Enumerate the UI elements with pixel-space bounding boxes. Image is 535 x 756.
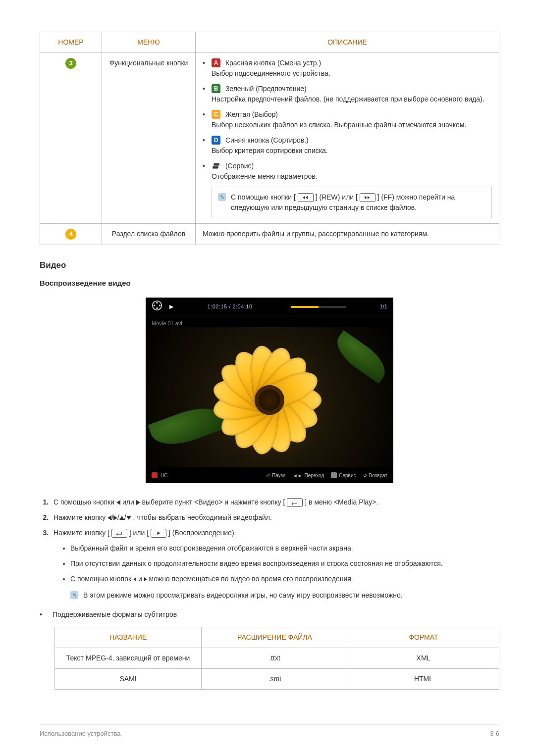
sub-name-1: SAMI (55, 669, 202, 690)
play-key-icon (151, 529, 166, 538)
right-arrow-icon (113, 515, 117, 520)
svg-point-3 (156, 307, 158, 309)
sub-fmt-1: HTML (348, 669, 499, 690)
table-row: 4 Раздел списка файлов Можно проверить ф… (40, 224, 499, 245)
step3-sub1: Выбранный файл и время его воспроизведен… (70, 543, 499, 554)
th-number: НОМЕР (40, 32, 102, 53)
b-button-icon: B (212, 84, 220, 93)
sub-ext-1: .smi (202, 669, 348, 690)
player-progress-bar (291, 306, 346, 308)
row-number-badge-3: 3 (65, 58, 76, 69)
subtitle-bullet: • Поддерживаемые форматы субтитров (40, 609, 499, 620)
inline-note: ✎ В этом режиме можно просматривать виде… (70, 590, 499, 601)
video-heading: Видео (40, 259, 499, 272)
enter-key-icon (287, 498, 303, 507)
nav-hint: ◄► Переход (293, 472, 324, 479)
footer-left: Использование устройства (40, 729, 120, 739)
note-icon: ✎ (218, 193, 226, 201)
note-box: ✎ С помощью кнопки [ ] (REW) или [ (212, 187, 492, 218)
lr-arrows-icon: ◄► (293, 472, 303, 479)
table-row: Текст MPEG-4, зависящий от времени .ttxt… (55, 648, 499, 669)
play-indicator-icon: ▶ (169, 302, 173, 311)
table-row: SAMI .smi HTML (55, 669, 499, 690)
red-text: Выбор подсоединенного устройства. (212, 69, 330, 77)
th-menu: МЕНЮ (102, 32, 196, 53)
ff-key-icon (360, 193, 375, 202)
player-time: 1:02:15 / 2:04:10 (208, 302, 253, 311)
return-mini-icon: ↺ (363, 472, 367, 479)
svg-point-2 (159, 304, 161, 306)
bottom-left-label: UC (160, 472, 167, 479)
subtitle-format-table: НАЗВАНИЕ РАСШИРЕНИЕ ФАЙЛА ФОРМАТ Текст M… (54, 627, 499, 690)
footer-right: 3-6 (490, 729, 499, 739)
row4-menu: Раздел списка файлов (102, 224, 196, 245)
row-number-badge-4: 4 (65, 229, 76, 240)
player-filename: Movie 01.avi (146, 316, 393, 328)
step-3: Нажмите кнопку [ ] или [ ] (Воспроизведе… (51, 528, 499, 601)
step3-sub2: При отсутствии данных о продолжительност… (70, 558, 499, 569)
right-arrow-icon (136, 500, 140, 505)
down-arrow-icon (126, 516, 131, 520)
table-row: 3 Функциональные кнопки • A Красная кноп… (40, 53, 499, 224)
playback-heading: Воспроизведение видео (40, 278, 499, 289)
step-1: С помощью кнопки или выберите пункт <Вид… (51, 497, 499, 507)
yellow-text: Выбор нескольких файлов из списка. Выбра… (212, 121, 466, 129)
tools-icon (212, 162, 225, 170)
svg-point-1 (156, 302, 158, 304)
sub-fmt-0: XML (348, 648, 499, 669)
note-icon: ✎ (70, 591, 78, 599)
left-arrow-icon (107, 515, 111, 520)
blue-text: Выбор критерия сортировки списка. (212, 147, 328, 154)
th-sub-ext: РАСШИРЕНИЕ ФАЙЛА (202, 627, 348, 648)
yellow-label: Желтая (Выбор) (225, 110, 278, 118)
sub-ext-0: .ttxt (202, 648, 348, 669)
row4-desc: Можно проверить файлы и группы, рассорти… (196, 224, 499, 245)
c-button-icon: C (212, 110, 220, 119)
enter-key-icon (111, 529, 127, 538)
svg-point-4 (154, 304, 156, 306)
th-sub-fmt: ФОРМАТ (348, 627, 499, 648)
row3-menu: Функциональные кнопки (102, 53, 196, 224)
bottom-red-icon (152, 472, 158, 478)
sub-name-0: Текст MPEG-4, зависящий от времени (55, 648, 202, 669)
red-label: Красная кнопка (Смена устр.) (225, 59, 321, 67)
rew-key-icon (298, 193, 314, 202)
player-page: 1/1 (380, 302, 387, 311)
up-arrow-icon (119, 516, 124, 520)
video-player-screenshot: ▶ 1:02:15 / 2:04:10 1/1 Movie 01.avi (146, 298, 393, 483)
tools-hint: Сервис (331, 472, 356, 479)
blue-label: Синяя кнопка (Сортиров.) (225, 136, 309, 144)
left-arrow-icon (133, 577, 136, 581)
tools-mini-icon (331, 472, 337, 478)
film-reel-icon (152, 300, 162, 313)
pause-hint: ⏎ Пауза (266, 472, 286, 479)
steps-list: С помощью кнопки или выберите пункт <Вид… (40, 497, 499, 601)
function-table: НОМЕР МЕНЮ ОПИСАНИЕ 3 Функциональные кно… (40, 32, 499, 245)
enter-mini-icon: ⏎ (266, 472, 270, 479)
a-button-icon: A (212, 58, 220, 67)
inline-note-text: В этом режиме можно просматривать видеор… (83, 590, 403, 601)
right-arrow-icon (144, 577, 147, 581)
left-arrow-icon (116, 500, 120, 505)
return-hint: ↺ Возврат (363, 472, 388, 479)
tools-text: Отображение меню параметров. (212, 172, 318, 180)
green-label: Зеленый (Предпочтение) (225, 85, 307, 93)
th-sub-name: НАЗВАНИЕ (55, 627, 202, 648)
step3-sub3: С помощью кнопок и можно перемещаться по… (70, 574, 499, 584)
d-button-icon: D (212, 136, 220, 145)
note-text: С помощью кнопки [ ] (REW) или [ ] (FF) … (231, 192, 485, 213)
step-2: Нажмите кнопку /// , чтобы выбрать необх… (51, 512, 499, 523)
tools-label: (Сервис) (225, 162, 254, 170)
green-text: Настройка предпочтений файлов. (не подде… (212, 95, 484, 103)
th-desc: ОПИСАНИЕ (196, 32, 499, 53)
subtitle-heading: Поддерживаемые форматы субтитров (53, 609, 177, 620)
page-footer: Использование устройства 3-6 (40, 724, 499, 739)
player-video-frame (146, 327, 393, 467)
